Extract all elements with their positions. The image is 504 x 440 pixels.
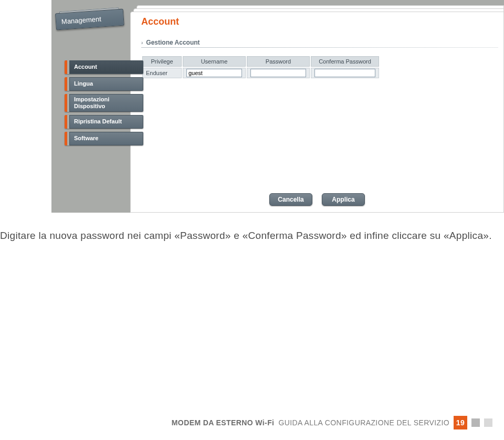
sidebar-item-impostazioni[interactable]: Impostazioni Dispositivo (65, 94, 143, 112)
sidebar-item-label: Impostazioni Dispositivo (69, 94, 143, 112)
sidebar: Account Lingua Impostazioni Dispositivo … (65, 60, 143, 149)
sidebar-item-label: Lingua (69, 77, 143, 91)
footer-title-bold: MODEM DA ESTERNO Wi-Fi (172, 418, 275, 427)
sidebar-item-software[interactable]: Software (65, 132, 143, 145)
cell-username (183, 68, 246, 78)
table-header-row: Privilege Username Password Conferma Pas… (142, 56, 379, 67)
divider (141, 47, 498, 48)
main-panel: Account › Gestione Account Privilege Use… (130, 12, 504, 213)
modem-admin-screenshot: Account › Gestione Account Privilege Use… (51, 0, 504, 213)
decor-square-icon (471, 418, 480, 427)
section-header: › Gestione Account (141, 39, 503, 46)
sidebar-item-label: Software (69, 132, 143, 145)
page-footer: MODEM DA ESTERNO Wi-Fi GUIDA ALLA CONFIG… (0, 416, 504, 429)
cell-confirm (311, 68, 379, 78)
management-tab[interactable]: Management (55, 7, 125, 34)
col-password: Password (247, 56, 310, 67)
col-privilege: Privilege (142, 56, 182, 67)
apply-button[interactable]: Applica (322, 193, 365, 206)
account-table: Privilege Username Password Conferma Pas… (141, 55, 380, 79)
sidebar-item-label: Account (69, 60, 143, 74)
main-content: Account › Gestione Account Privilege Use… (141, 16, 503, 79)
sidebar-item-lingua[interactable]: Lingua (65, 77, 143, 91)
footer-title-rest: GUIDA ALLA CONFIGURAZIONE DEL SERVIZIO (278, 418, 449, 427)
page-number-badge: 19 (454, 416, 467, 429)
instruction-text: Digitare la nuova password nei campi «Pa… (0, 230, 504, 242)
cell-password (247, 68, 310, 78)
sidebar-item-account[interactable]: Account (65, 60, 143, 74)
password-input[interactable] (250, 69, 306, 77)
section-label: Gestione Account (146, 39, 200, 46)
chevron-right-icon: › (141, 40, 143, 46)
button-row: Cancella Applica (131, 193, 503, 206)
sidebar-item-label: Ripristina Default (69, 115, 143, 129)
username-input[interactable] (186, 69, 242, 77)
col-username: Username (183, 56, 246, 67)
confirm-password-input[interactable] (314, 69, 375, 77)
table-row: Enduser (142, 68, 379, 78)
cell-privilege: Enduser (142, 68, 182, 78)
decor-square-icon (484, 418, 492, 427)
col-confirm: Conferma Password (311, 56, 379, 67)
panel-stack: Account › Gestione Account Privilege Use… (130, 5, 504, 213)
page-title: Account (141, 16, 503, 27)
sidebar-item-ripristina[interactable]: Ripristina Default (65, 115, 143, 129)
cancel-button[interactable]: Cancella (269, 193, 312, 206)
